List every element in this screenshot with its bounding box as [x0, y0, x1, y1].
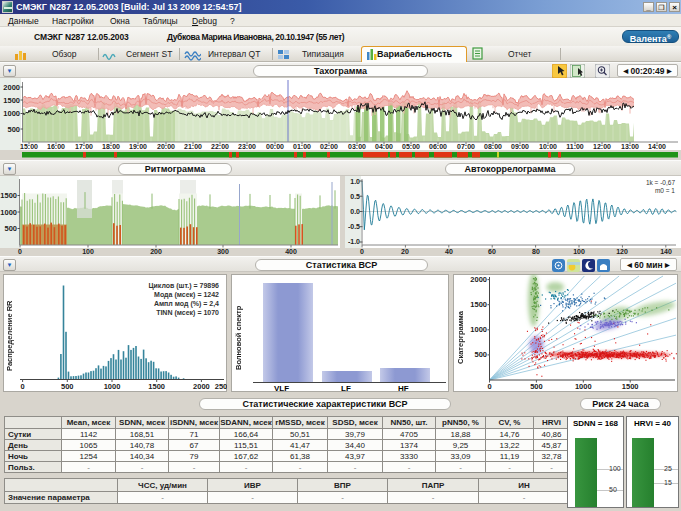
- svg-text:1500: 1500: [0, 191, 17, 200]
- svg-text:40: 40: [445, 248, 453, 255]
- svg-text:1000: 1000: [470, 325, 487, 334]
- svg-text:1500: 1500: [148, 382, 165, 391]
- svg-text:500: 500: [474, 350, 487, 359]
- svg-text:-1.0: -1.0: [348, 238, 360, 245]
- svg-text:20: 20: [401, 248, 409, 255]
- svg-text:-0.5: -0.5: [348, 223, 360, 230]
- svg-text:500: 500: [61, 382, 74, 391]
- svg-text:300: 300: [217, 248, 229, 255]
- svg-text:m0 = 1: m0 = 1: [655, 187, 675, 194]
- svg-text:250: 250: [215, 382, 227, 391]
- svg-text:0.0: 0.0: [350, 208, 360, 215]
- svg-text:1500: 1500: [470, 300, 487, 309]
- svg-text:1000: 1000: [104, 382, 121, 391]
- svg-text:200: 200: [150, 248, 162, 255]
- svg-text:120: 120: [616, 248, 628, 255]
- svg-text:100: 100: [82, 248, 94, 255]
- svg-text:140: 140: [660, 248, 672, 255]
- svg-text:400: 400: [285, 248, 297, 255]
- svg-text:60: 60: [488, 248, 496, 255]
- svg-text:1500: 1500: [3, 96, 20, 105]
- svg-text:0: 0: [21, 382, 25, 391]
- svg-text:TINN (мсек) = 1070: TINN (мсек) = 1070: [156, 309, 219, 317]
- svg-text:0: 0: [360, 248, 364, 255]
- svg-text:100: 100: [573, 248, 585, 255]
- svg-text:0: 0: [18, 248, 22, 255]
- svg-text:0: 0: [487, 382, 491, 391]
- svg-text:500: 500: [530, 382, 543, 391]
- svg-text:500: 500: [7, 125, 20, 134]
- svg-text:1000: 1000: [3, 109, 20, 118]
- svg-text:1k = -0,67: 1k = -0,67: [646, 179, 675, 186]
- svg-text:500: 500: [4, 224, 17, 233]
- svg-text:1000: 1000: [575, 382, 592, 391]
- svg-text:0.5: 0.5: [350, 193, 360, 200]
- svg-text:Мода (мсек) = 1242: Мода (мсек) = 1242: [154, 291, 219, 299]
- svg-text:1.0: 1.0: [350, 178, 360, 185]
- svg-text:2000: 2000: [470, 275, 487, 284]
- svg-text:80: 80: [532, 248, 540, 255]
- svg-text:1500: 1500: [622, 382, 639, 391]
- svg-text:2000: 2000: [3, 83, 20, 92]
- svg-text:2000: 2000: [193, 382, 210, 391]
- svg-text:Ампл мод (%) = 2,4: Ампл мод (%) = 2,4: [154, 300, 219, 308]
- svg-text:1000: 1000: [0, 208, 17, 217]
- svg-text:Циклов (шт.) = 79896: Циклов (шт.) = 79896: [148, 282, 219, 290]
